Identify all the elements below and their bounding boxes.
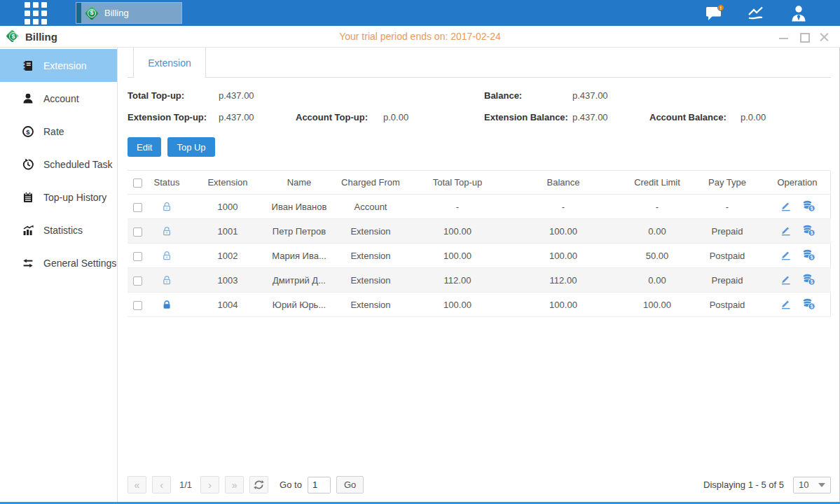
next-page-button[interactable]: › <box>200 476 219 493</box>
cell-balance: 112.00 <box>503 268 624 293</box>
extension-table: Status Extension Name Charged From Total… <box>128 170 831 317</box>
edit-icon[interactable] <box>780 224 792 236</box>
cell-extension: 1002 <box>186 244 269 268</box>
topup-icon[interactable]: $ <box>802 200 815 212</box>
tab-extension[interactable]: Extension <box>133 48 206 78</box>
extension-balance-value: p.437.00 <box>572 106 649 128</box>
select-all-checkbox[interactable] <box>133 178 142 188</box>
topup-history-icon <box>22 191 34 204</box>
first-page-button[interactable]: « <box>128 476 146 493</box>
maximize-button[interactable] <box>799 32 808 41</box>
svg-text:$: $ <box>810 304 813 309</box>
table-row: 1002 Мария Ива... Extension 100.00 100.0… <box>128 244 831 268</box>
cell-pay-type: - <box>691 195 764 219</box>
cell-balance: 100.00 <box>503 293 624 317</box>
extension-topup-label: Extension Top-up: <box>128 106 219 128</box>
svg-text:$: $ <box>26 127 30 135</box>
displaying-text: Displaying 1 - 5 of 5 <box>703 479 784 490</box>
cell-name: Юрий Юрь... <box>269 293 329 317</box>
goto-label: Go to <box>280 479 302 490</box>
sidebar-item-account[interactable]: Account <box>0 82 117 115</box>
sidebar-item-label: Scheduled Task <box>43 159 113 170</box>
balance-summary: Total Top-up: p.437.00 Balance: p.437.00… <box>128 85 831 128</box>
sidebar: Extension Account $ Rate Scheduled Task <box>0 48 118 502</box>
table-row: 1001 Петр Петров Extension 100.00 100.00… <box>128 219 831 244</box>
goto-page-input[interactable] <box>308 477 331 493</box>
taskbar-tab-billing[interactable]: $ Billing <box>76 2 182 24</box>
close-button[interactable] <box>820 32 829 41</box>
sidebar-item-extension[interactable]: Extension <box>0 49 117 82</box>
page-indicator: 1/1 <box>179 479 192 490</box>
account-balance-value: p.0.00 <box>741 106 831 128</box>
topup-icon[interactable]: $ <box>802 273 815 286</box>
sidebar-item-rate[interactable]: $ Rate <box>0 115 117 148</box>
total-topup-label: Total Top-up: <box>128 85 219 106</box>
billing-diamond-icon: $ <box>6 29 21 43</box>
row-checkbox[interactable] <box>133 227 142 237</box>
cell-total-topup: 100.00 <box>412 293 503 317</box>
cell-charged-from: Extension <box>329 268 412 293</box>
table-row: 1003 Дмитрий Д... Extension 112.00 112.0… <box>128 268 831 293</box>
topup-icon[interactable]: $ <box>802 298 815 310</box>
scheduled-task-icon <box>22 158 34 171</box>
cell-balance: 100.00 <box>503 244 624 268</box>
cell-total-topup: - <box>412 195 503 219</box>
sidebar-item-label: Statistics <box>43 225 83 236</box>
table-row: 1000 Иван Иванов Account - - - - <box>128 195 831 219</box>
cell-total-topup: 112.00 <box>412 268 503 293</box>
topup-icon[interactable]: $ <box>802 248 815 261</box>
chevron-down-icon <box>818 483 825 487</box>
status-unlocked-icon <box>161 250 172 261</box>
col-balance: Balance <box>503 171 624 195</box>
minimize-button[interactable] <box>779 32 788 41</box>
row-checkbox[interactable] <box>133 252 142 261</box>
extension-balance-label: Extension Balance: <box>484 106 572 128</box>
prev-page-button[interactable]: ‹ <box>152 476 171 493</box>
sidebar-item-general-settings[interactable]: General Settings <box>0 246 117 279</box>
user-account-icon[interactable] <box>790 5 808 22</box>
reports-chart-icon[interactable] <box>748 6 767 21</box>
cell-credit-limit: 0.00 <box>624 268 691 293</box>
svg-text:$: $ <box>810 230 813 236</box>
cell-total-topup: 100.00 <box>412 244 503 268</box>
edit-icon[interactable] <box>780 248 792 260</box>
refresh-button[interactable] <box>249 476 268 493</box>
cell-credit-limit: 0.00 <box>624 219 691 244</box>
sidebar-item-statistics[interactable]: Statistics <box>0 214 117 246</box>
sidebar-item-topup-history[interactable]: Top-up History <box>0 181 117 214</box>
balance-label: Balance: <box>484 85 572 106</box>
row-checkbox[interactable] <box>133 276 142 286</box>
svg-text:$: $ <box>810 255 813 260</box>
status-unlocked-icon <box>161 225 172 237</box>
cell-charged-from: Extension <box>329 293 412 317</box>
edit-icon[interactable] <box>780 273 792 285</box>
topup-button[interactable]: Top Up <box>167 137 214 157</box>
edit-icon[interactable] <box>780 200 792 211</box>
sidebar-item-scheduled-task[interactable]: Scheduled Task <box>0 148 117 181</box>
col-name: Name <box>269 171 329 195</box>
account-topup-label: Account Top-up: <box>296 106 383 128</box>
topup-icon[interactable]: $ <box>802 224 815 237</box>
app-grid-icon[interactable] <box>25 2 47 24</box>
edit-icon[interactable] <box>780 298 792 309</box>
trial-notice: Your trial period ends on: 2017-02-24 <box>0 31 840 42</box>
edit-button[interactable]: Edit <box>128 137 161 157</box>
go-button[interactable]: Go <box>336 476 364 493</box>
status-unlocked-icon <box>161 201 172 212</box>
cell-extension: 1000 <box>186 195 269 219</box>
balance-value: p.437.00 <box>572 85 649 106</box>
taskbar: $ Billing ! <box>0 0 840 26</box>
rate-icon: $ <box>22 125 34 138</box>
last-page-button[interactable]: » <box>225 476 244 493</box>
messages-icon[interactable]: ! <box>705 4 725 22</box>
row-checkbox[interactable] <box>133 301 142 310</box>
col-status: Status <box>147 171 186 195</box>
page-size-select[interactable]: 10 <box>793 477 831 493</box>
page-size-value: 10 <box>799 479 808 490</box>
row-checkbox[interactable] <box>133 203 142 212</box>
taskbar-tab-label: Billing <box>104 8 129 18</box>
cell-pay-type: Prepaid <box>691 268 764 293</box>
billing-diamond-icon: $ <box>84 6 99 21</box>
status-unlocked-icon <box>161 274 172 286</box>
cell-credit-limit: 50.00 <box>624 244 691 268</box>
